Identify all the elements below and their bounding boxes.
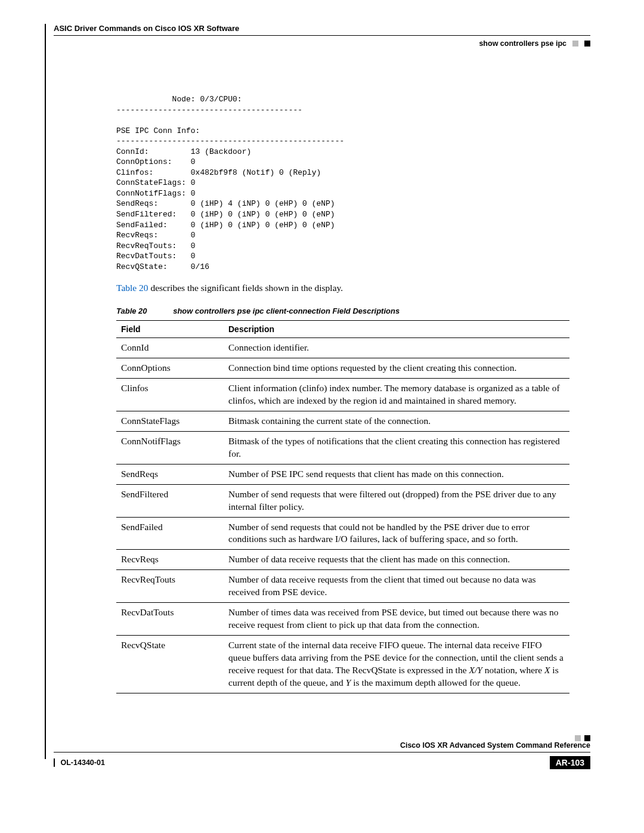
field-description: Number of data receive requests that the… <box>224 550 569 570</box>
field-name: RecvReqs <box>116 550 224 570</box>
field-name: ConnNotifFlags <box>116 431 224 464</box>
field-description: Number of send requests that could not b… <box>224 517 569 550</box>
table-row: RecvReqToutsNumber of data receive reque… <box>116 570 569 603</box>
field-description: Bitmask of the types of notifications th… <box>224 431 569 464</box>
field-description: Connection bind time options requested b… <box>224 358 569 379</box>
field-name: SendFiltered <box>116 484 224 517</box>
field-name: SendReqs <box>116 464 224 484</box>
field-description-table: Field Description ConnIdConnection ident… <box>116 320 569 693</box>
page-footer: Cisco IOS XR Advanced System Command Ref… <box>54 735 590 771</box>
page-header: ASIC Driver Commands on Cisco IOS XR Sof… <box>54 24 590 52</box>
field-description: Current state of the internal data recei… <box>224 635 569 693</box>
left-margin-rule <box>45 24 46 759</box>
field-description: Connection identifier. <box>224 338 569 358</box>
decor-square-icon <box>575 735 581 741</box>
table-row: SendFailedNumber of send requests that c… <box>116 517 569 550</box>
field-description: Client information (clinfo) index number… <box>224 379 569 411</box>
table-row: ConnNotifFlagsBitmask of the types of no… <box>116 431 569 464</box>
intro-text: describes the significant fields shown i… <box>148 283 343 293</box>
table-row: ConnStateFlagsBitmask containing the cur… <box>116 411 569 431</box>
table-row: ClinfosClient information (clinfo) index… <box>116 379 569 411</box>
field-name: ConnStateFlags <box>116 411 224 431</box>
field-description: Bitmask containing the current state of … <box>224 411 569 431</box>
doc-number: OL-14340-01 <box>54 758 105 767</box>
table-row: SendReqsNumber of PSE IPC send requests … <box>116 464 569 484</box>
decor-square-icon <box>584 735 590 741</box>
table-row: RecvDatToutsNumber of times data was rec… <box>116 603 569 636</box>
table-caption-text: show controllers pse ipc client-connecti… <box>173 306 400 315</box>
field-description: Number of times data was received from P… <box>224 603 569 636</box>
intro-paragraph: Table 20 describes the significant field… <box>116 283 590 293</box>
cli-output: Node: 0/3/CPU0: ------------------------… <box>116 94 590 272</box>
field-name: SendFailed <box>116 517 224 550</box>
field-name: ConnOptions <box>116 358 224 379</box>
chapter-title: ASIC Driver Commands on Cisco IOS XR Sof… <box>54 24 590 33</box>
footer-rule <box>54 752 590 753</box>
table-row: ConnOptionsConnection bind time options … <box>116 358 569 379</box>
field-name: Clinfos <box>116 379 224 411</box>
header-rule <box>54 35 590 36</box>
table-ref-link[interactable]: Table 20 <box>116 283 148 293</box>
field-description: Number of data receive requests from the… <box>224 570 569 603</box>
field-description: Number of PSE IPC send requests that cli… <box>224 464 569 484</box>
col-header-description: Description <box>224 321 569 338</box>
left-bar-icon <box>54 758 55 767</box>
field-name: ConnId <box>116 338 224 358</box>
col-header-field: Field <box>116 321 224 338</box>
table-row: RecvQState Current state of the internal… <box>116 635 569 693</box>
page-number: AR-103 <box>550 756 590 769</box>
decor-square-icon <box>584 41 590 47</box>
field-name: RecvQState <box>116 635 224 693</box>
table-caption-label: Table 20 <box>116 306 147 315</box>
field-name: RecvDatTouts <box>116 603 224 636</box>
decor-square-icon <box>572 41 578 47</box>
table-row: SendFilteredNumber of send requests that… <box>116 484 569 517</box>
book-title: Cisco IOS XR Advanced System Command Ref… <box>54 741 590 750</box>
var-xy: X/Y <box>469 665 482 675</box>
section-breadcrumb: show controllers pse ipc <box>479 39 566 48</box>
field-description: Number of send requests that were filter… <box>224 484 569 517</box>
table-caption: Table 20 show controllers pse ipc client… <box>116 306 590 315</box>
table-row: ConnIdConnection identifier. <box>116 338 569 358</box>
table-row: RecvReqsNumber of data receive requests … <box>116 550 569 570</box>
field-name: RecvReqTouts <box>116 570 224 603</box>
